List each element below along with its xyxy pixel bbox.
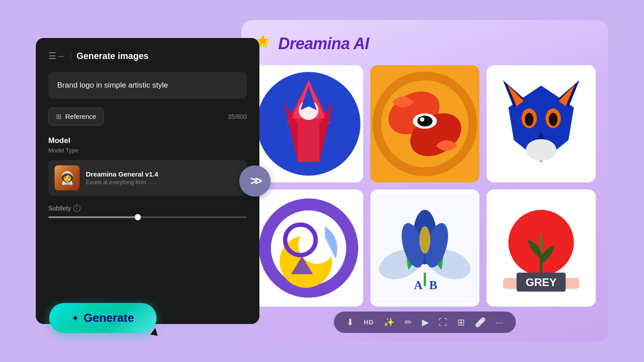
svg-text:GREY: GREY: [525, 276, 556, 288]
slider-fill: [48, 216, 138, 218]
right-panel: Dreamina AI: [242, 20, 608, 342]
logo-image-2[interactable]: [370, 65, 479, 182]
subtlety-label: Subtlety i: [48, 205, 247, 212]
slider-thumb: [135, 214, 141, 220]
logo-image-4[interactable]: [254, 189, 363, 307]
model-section: Model Model Type Dreamina General v1.4 E…: [48, 136, 247, 196]
image-toolbar: ⬇ HD ✨ ✏ ▶ ⛶ ⊞ 🩹 ···: [334, 311, 516, 333]
svg-point-26: [526, 139, 556, 161]
svg-text:A: A: [414, 278, 423, 292]
char-count: 35/800: [228, 113, 247, 120]
prompt-text: Brand logo in simple artistic style: [57, 81, 168, 89]
download-icon[interactable]: ⬇: [347, 317, 354, 328]
info-icon[interactable]: i: [73, 205, 80, 212]
reference-icon: ⊞: [56, 113, 62, 121]
nav-forward-button[interactable]: >>: [239, 165, 271, 197]
ai-header: Dreamina AI: [254, 33, 596, 55]
sidebar-icon: ☰→: [48, 51, 65, 61]
generate-star-icon: ✦: [72, 313, 79, 324]
panel-title: Generate images: [76, 51, 148, 61]
model-info: Dreamina General v1.4 Excels at everythi…: [86, 170, 241, 185]
expand-icon[interactable]: ⛶: [439, 317, 448, 328]
left-panel: ☰→ Generate images Brand logo in simple …: [36, 38, 259, 324]
generate-button-wrapper: ✦ Generate ▲: [49, 303, 157, 333]
play-icon[interactable]: ▶: [422, 317, 429, 328]
cursor-icon: ▲: [147, 323, 162, 339]
ai-title: Dreamina AI: [278, 34, 369, 53]
logo-image-3[interactable]: [487, 65, 596, 182]
logo-image-5[interactable]: A B: [370, 189, 479, 307]
prompt-box[interactable]: Brand logo in simple artistic style: [48, 72, 247, 99]
generate-label: Generate: [84, 311, 134, 325]
generate-button[interactable]: ✦ Generate: [49, 303, 157, 333]
transform-icon[interactable]: ⊞: [458, 317, 465, 328]
reference-label: Reference: [65, 113, 96, 120]
svg-point-39: [419, 226, 430, 253]
svg-point-24: [549, 113, 558, 126]
divider: [71, 51, 71, 61]
hd-label[interactable]: HD: [364, 319, 374, 326]
svg-text:B: B: [429, 278, 437, 292]
subtlety-slider[interactable]: [48, 216, 247, 218]
reference-row: ⊞ Reference 35/800: [48, 108, 247, 126]
logo-image-6[interactable]: GREY: [487, 189, 596, 307]
model-section-title: Model: [48, 136, 247, 145]
model-card[interactable]: Dreamina General v1.4 Excels at everythi…: [48, 160, 247, 196]
nav-arrow-icon: >>: [250, 174, 260, 188]
model-description: Excels at everything from ......: [86, 179, 241, 185]
model-type-label: Model Type: [48, 147, 247, 154]
panel-header: ☰→ Generate images: [48, 51, 247, 61]
subtlety-section: Subtlety i: [48, 205, 247, 218]
model-thumbnail: [55, 165, 80, 190]
image-grid: A B GREY: [254, 65, 596, 307]
model-name: Dreamina General v1.4: [86, 170, 241, 178]
svg-point-14: [417, 116, 432, 126]
magic-wand-icon[interactable]: ✨: [384, 317, 395, 328]
reference-button[interactable]: ⊞ Reference: [48, 108, 104, 126]
scene: ☰→ Generate images Brand logo in simple …: [36, 20, 608, 342]
svg-point-23: [525, 113, 534, 126]
logo-image-1[interactable]: [254, 65, 363, 182]
bandage-icon[interactable]: 🩹: [475, 317, 486, 328]
eraser-icon[interactable]: ✏: [405, 317, 412, 328]
more-icon[interactable]: ···: [496, 317, 504, 328]
svg-point-15: [420, 117, 424, 122]
